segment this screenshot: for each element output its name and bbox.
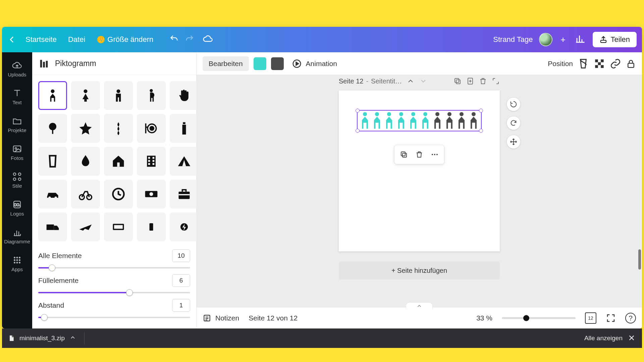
icon-wheat[interactable] <box>104 114 133 143</box>
icon-bolt[interactable] <box>170 213 199 241</box>
download-item[interactable]: minimalist_3.zip <box>8 334 76 343</box>
icon-man[interactable] <box>104 81 133 110</box>
trash-icon[interactable] <box>413 148 426 161</box>
resize-handle[interactable] <box>479 129 483 133</box>
rail-uploads[interactable]: Uploads <box>2 56 32 82</box>
svg-rect-72 <box>402 153 407 157</box>
slider-all-value[interactable]: 10 <box>172 249 190 262</box>
home-link[interactable]: Startseite <box>23 33 59 46</box>
chevron-up-icon[interactable] <box>69 334 76 343</box>
file-menu[interactable]: Datei <box>65 33 88 46</box>
scrollbar-thumb[interactable] <box>638 249 641 269</box>
regenerate-button[interactable] <box>506 116 521 130</box>
svg-point-71 <box>472 112 476 116</box>
resize-handle[interactable] <box>356 129 360 133</box>
resize-handle[interactable] <box>356 109 360 113</box>
svg-rect-49 <box>114 225 123 229</box>
icon-drop[interactable] <box>71 147 100 176</box>
rail-photos[interactable]: Fotos <box>2 139 32 166</box>
selected-element[interactable] <box>357 110 482 131</box>
canvas-page[interactable] <box>339 90 500 251</box>
rail-styles[interactable]: Stile <box>2 167 32 193</box>
move-button[interactable] <box>506 135 521 149</box>
icon-pregnant[interactable] <box>137 81 166 110</box>
page-grid-button[interactable]: 12 <box>585 312 596 324</box>
icon-cup[interactable] <box>38 147 67 176</box>
rail-text[interactable]: Text <box>2 83 32 110</box>
resize-button[interactable]: 👑 Größe ändern <box>94 33 157 46</box>
duplicate-page-icon[interactable] <box>466 77 474 85</box>
more-icon[interactable] <box>428 148 441 161</box>
resize-handle[interactable] <box>479 109 483 113</box>
icon-truck[interactable] <box>38 213 67 241</box>
svg-point-65 <box>399 112 403 116</box>
icon-person[interactable] <box>38 81 67 110</box>
rail-projects[interactable]: Projekte <box>2 111 32 138</box>
position-button[interactable]: Position <box>548 60 573 68</box>
icon-briefcase[interactable] <box>170 180 199 208</box>
expand-tab[interactable] <box>406 302 433 309</box>
svg-point-2 <box>15 147 17 149</box>
icon-money[interactable] <box>137 180 166 208</box>
icon-house[interactable] <box>104 147 133 176</box>
link-icon[interactable] <box>610 58 621 69</box>
add-member-button[interactable]: + <box>558 35 568 44</box>
undo-button[interactable] <box>169 34 179 45</box>
icon-plane[interactable] <box>71 213 100 241</box>
icon-hand[interactable] <box>170 81 199 110</box>
icon-star[interactable] <box>71 114 100 143</box>
page-title[interactable]: Seitentit… <box>371 77 402 85</box>
icon-car[interactable] <box>38 180 67 208</box>
svg-rect-59 <box>456 80 460 84</box>
slider-all-track[interactable] <box>38 264 190 272</box>
icon-screen[interactable] <box>104 213 133 241</box>
design-title[interactable]: Strand Tage <box>493 35 533 44</box>
fullscreen-icon[interactable] <box>606 313 616 323</box>
delete-page-icon[interactable] <box>479 77 487 85</box>
show-all-downloads[interactable]: Alle anzeigen <box>584 335 623 342</box>
icon-buildings[interactable] <box>137 147 166 176</box>
rotate-button[interactable] <box>506 97 521 111</box>
icon-clock[interactable] <box>104 180 133 208</box>
slider-fill-value[interactable]: 6 <box>172 274 190 287</box>
icon-phone[interactable] <box>137 213 166 241</box>
redo-button[interactable] <box>185 34 194 45</box>
selection-toolbar <box>394 145 444 164</box>
rail-apps-label: Apps <box>11 266 23 272</box>
slider-fill-track[interactable] <box>38 289 190 296</box>
svg-rect-54 <box>601 59 604 62</box>
avatar[interactable] <box>539 33 552 46</box>
duplicate-icon[interactable] <box>397 148 411 161</box>
edit-button[interactable]: Bearbeiten <box>203 56 249 71</box>
rail-logos[interactable]: CO. Logos <box>2 195 32 221</box>
icon-bottle[interactable] <box>170 114 199 143</box>
checker-icon[interactable] <box>594 58 605 69</box>
back-button[interactable] <box>7 35 17 44</box>
slider-gap-track[interactable] <box>38 314 190 321</box>
icon-tree[interactable] <box>38 114 67 143</box>
color-fill-swatch[interactable] <box>254 57 266 70</box>
slider-gap-value[interactable]: 1 <box>172 299 190 312</box>
insights-button[interactable] <box>574 33 587 47</box>
notes-button[interactable]: Notizen <box>203 314 239 322</box>
lock-icon[interactable] <box>626 59 636 69</box>
animation-button[interactable]: Animation <box>292 59 337 69</box>
close-download-bar[interactable] <box>628 334 636 342</box>
zoom-slider[interactable] <box>502 317 576 319</box>
copy-page-icon[interactable] <box>453 77 462 85</box>
rail-charts[interactable]: Diagramme <box>2 223 32 249</box>
share-button[interactable]: Teilen <box>593 32 637 47</box>
icon-bike[interactable] <box>71 180 100 208</box>
icon-plate[interactable] <box>137 114 166 143</box>
add-page-button[interactable]: + Seite hinzufügen <box>339 261 500 280</box>
chevron-down-icon[interactable] <box>419 77 427 85</box>
help-button[interactable]: ? <box>625 313 636 323</box>
icon-woman[interactable] <box>71 81 100 110</box>
color-empty-swatch[interactable] <box>271 57 284 70</box>
icon-tent[interactable] <box>170 147 199 176</box>
expand-page-icon[interactable] <box>492 77 500 85</box>
rail-apps[interactable]: Apps <box>2 250 32 277</box>
transparency-icon[interactable] <box>578 58 589 69</box>
sync-status-icon[interactable] <box>203 34 213 45</box>
chevron-up-icon[interactable] <box>407 77 415 85</box>
